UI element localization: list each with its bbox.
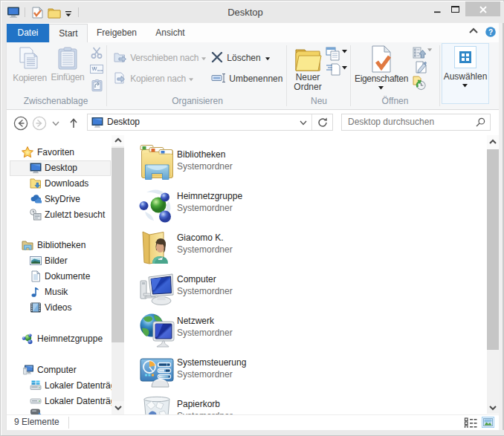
svg-text:?: ? — [488, 28, 493, 36]
